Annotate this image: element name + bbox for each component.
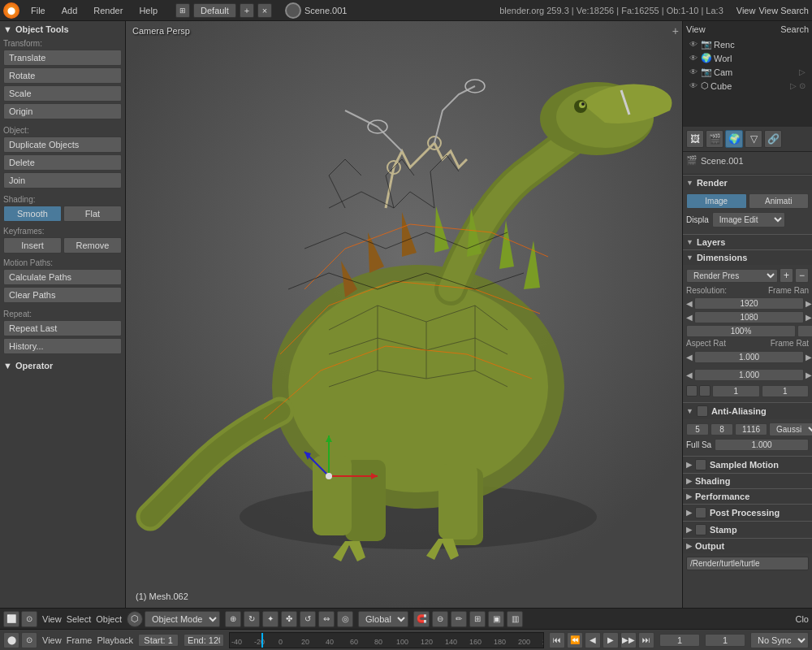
menu-help[interactable]: Help: [134, 4, 162, 17]
performance-header[interactable]: ▶ Performance: [683, 489, 812, 504]
render-section-header[interactable]: ▼ Render: [683, 176, 812, 190]
join-button[interactable]: Join: [3, 172, 122, 188]
calculate-paths-button[interactable]: Calculate Paths: [3, 269, 122, 285]
global-select[interactable]: Global: [358, 611, 408, 627]
timeline-icon2[interactable]: ⊙: [21, 632, 37, 648]
flat-button[interactable]: Flat: [63, 206, 122, 222]
aspect-x-input[interactable]: [694, 351, 804, 363]
bottom-select[interactable]: Select: [67, 614, 92, 624]
aa-num1[interactable]: [686, 423, 709, 436]
end-frame-input2[interactable]: [705, 634, 745, 647]
preset-remove[interactable]: −: [795, 268, 809, 283]
time-val1-input[interactable]: [712, 385, 760, 397]
height-input[interactable]: [694, 311, 804, 323]
sampled-motion-header[interactable]: ▶ Sampled Motion: [683, 457, 812, 473]
outliner-item-cam[interactable]: 👁 📷 Cam ▷: [686, 65, 809, 79]
outliner-item[interactable]: 👁 📷 Renc: [686, 37, 809, 51]
proportional-icon[interactable]: ⊖: [432, 611, 448, 627]
render-preset-select[interactable]: Render Pres: [686, 269, 778, 283]
play-fwd-btn[interactable]: ▶▶: [620, 632, 637, 648]
aa-checkbox[interactable]: [697, 405, 708, 417]
timeline-view[interactable]: View: [42, 635, 62, 645]
tool-icon-rotate[interactable]: ↺: [300, 611, 316, 627]
percent-input[interactable]: [686, 325, 796, 337]
aa-header[interactable]: ▼ Anti-Aliasing: [683, 403, 812, 419]
outliner-search[interactable]: Search: [780, 24, 809, 34]
sampled-checkbox[interactable]: [695, 459, 706, 470]
timeline-playback[interactable]: Playback: [97, 635, 133, 645]
more-icon[interactable]: ▣: [488, 611, 504, 627]
play-prev-btn[interactable]: ⏪: [567, 632, 583, 648]
aspect-y-input[interactable]: [694, 369, 804, 381]
tool-icon-1[interactable]: ⊕: [225, 611, 241, 627]
layout-close[interactable]: ×: [257, 3, 272, 18]
checkbox1[interactable]: [686, 385, 698, 396]
repeat-last-button[interactable]: Repeat Last: [3, 320, 122, 336]
start-frame-input[interactable]: [138, 634, 179, 647]
timeline-frame[interactable]: Frame: [67, 635, 93, 645]
panel-icon[interactable]: ▥: [507, 611, 523, 627]
sync-select[interactable]: No Sync: [750, 632, 809, 648]
prop-icon-constraints[interactable]: 🔗: [764, 130, 782, 148]
search-label[interactable]: View Search: [758, 6, 809, 15]
post-processing-header[interactable]: ▶ Post Processing: [683, 505, 812, 521]
animation-tab[interactable]: Animati: [749, 193, 810, 209]
full-sa-input[interactable]: [715, 439, 809, 451]
delete-button[interactable]: Delete: [3, 154, 122, 171]
translate-button[interactable]: Translate: [3, 50, 122, 66]
timeline-track[interactable]: -40 -20 0 20 40 60 80 100 120 140 160 18…: [229, 632, 544, 648]
outliner-view[interactable]: View: [686, 24, 706, 34]
insert-button[interactable]: Insert: [3, 237, 62, 254]
stamp-header[interactable]: ▶ Stamp: [683, 522, 812, 538]
time-val2-input[interactable]: [762, 385, 810, 397]
frame-input[interactable]: [797, 325, 812, 337]
remove-button[interactable]: Remove: [63, 237, 122, 254]
stamp-checkbox[interactable]: [695, 524, 706, 535]
scale-button[interactable]: Scale: [3, 85, 122, 102]
history-button[interactable]: History...: [3, 338, 122, 354]
display-select[interactable]: Image Edit: [712, 212, 785, 228]
tool-icon-3[interactable]: ✦: [262, 611, 279, 627]
image-tab[interactable]: Image: [686, 193, 747, 209]
duplicate-button[interactable]: Duplicate Objects: [3, 136, 122, 153]
tool-icon-scale[interactable]: ⇔: [318, 611, 335, 627]
grease-icon[interactable]: ✏: [451, 611, 467, 627]
play-back-btn[interactable]: ◀: [585, 632, 601, 648]
layers-header[interactable]: ▼ Layers: [683, 235, 812, 249]
aa-num3[interactable]: [735, 423, 767, 436]
outliner-item-world[interactable]: 👁 🌍 Worl: [686, 51, 809, 65]
layout-icon[interactable]: ⊞: [175, 3, 190, 18]
smooth-button[interactable]: Smooth: [3, 206, 62, 222]
bottom-icon-view[interactable]: ⊙: [21, 611, 37, 627]
play-btn[interactable]: ▶: [603, 632, 619, 648]
dimensions-header[interactable]: ▼ Dimensions: [683, 250, 812, 265]
prop-icon-render[interactable]: 🖼: [686, 130, 704, 148]
menu-render[interactable]: Render: [89, 4, 127, 17]
snap-icon[interactable]: 🧲: [413, 611, 430, 627]
mode-select[interactable]: Object Mode: [145, 611, 220, 627]
layout-add[interactable]: +: [240, 3, 254, 18]
aa-filter-select[interactable]: Gaussi: [769, 422, 812, 436]
bottom-object[interactable]: Object: [96, 614, 122, 624]
mirror-icon[interactable]: ⊞: [469, 611, 486, 627]
close-button[interactable]: Clo: [795, 614, 809, 624]
tool-icon-2[interactable]: ↻: [244, 611, 260, 627]
shading-render-header[interactable]: ▶ Shading: [683, 474, 812, 488]
rotate-button[interactable]: Rotate: [3, 67, 122, 84]
output-path-input[interactable]: [686, 557, 809, 570]
timeline-icon1[interactable]: ⬤: [3, 632, 19, 648]
width-input[interactable]: [694, 297, 804, 310]
output-header[interactable]: ▶ Output: [683, 539, 812, 553]
play-start-btn[interactable]: ⏮: [549, 632, 565, 648]
outliner-item-cube[interactable]: 👁 ⬡ Cube ▷ ⊙: [686, 79, 809, 93]
origin-button[interactable]: Origin: [3, 103, 122, 119]
menu-add[interactable]: Add: [57, 4, 83, 17]
current-frame-input[interactable]: [659, 634, 700, 647]
preset-add[interactable]: +: [780, 268, 793, 283]
checkbox2[interactable]: [699, 385, 710, 396]
bottom-view[interactable]: View: [42, 614, 62, 624]
menu-file[interactable]: File: [26, 4, 50, 17]
prop-icon-world[interactable]: 🌍: [725, 130, 743, 148]
play-end-btn[interactable]: ⏭: [638, 632, 654, 648]
viewport[interactable]: Camera Persp + (1) Mesh.062: [126, 21, 682, 608]
